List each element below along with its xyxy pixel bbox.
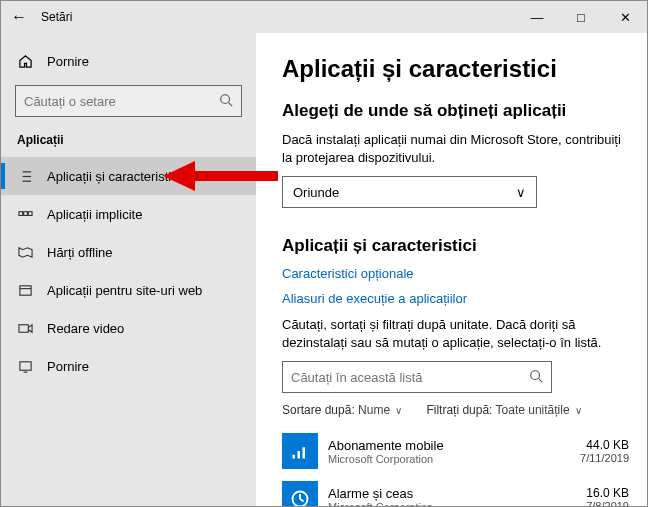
app-meta: 44.0 KB 7/11/2019 [580,438,629,464]
sidebar-item-label: Aplicații și caracteristici [47,169,181,184]
sidebar-item-label: Hărți offline [47,245,113,260]
app-icon [282,433,318,469]
video-icon [17,321,33,336]
sidebar: Pornire Aplicații Aplicații și caracteri… [1,33,256,506]
sidebar-section-header: Aplicații [1,129,256,157]
app-row[interactable]: Abonamente mobile Microsoft Corporation … [282,427,629,475]
sidebar-item-label: Aplicații pentru site-uri web [47,283,202,298]
home-icon [17,54,33,69]
minimize-button[interactable]: — [515,1,559,33]
filter-value: Toate unitățile [496,403,570,417]
sidebar-item-label: Aplicații implicite [47,207,142,222]
sidebar-item-label: Pornire [47,359,89,374]
sort-value: Nume [358,403,390,417]
sidebar-item-label: Redare video [47,321,124,336]
source-dropdown[interactable]: Oriunde ∨ [282,176,537,208]
svg-line-1 [229,102,233,106]
list-icon [17,169,33,184]
source-desc: Dacă instalați aplicații numai din Micro… [282,131,629,166]
app-meta: 16.0 KB 7/8/2019 [586,486,629,506]
sidebar-item-apps-websites[interactable]: Aplicații pentru site-uri web [1,271,256,309]
svg-line-17 [539,378,543,382]
startup-icon [17,359,33,374]
optional-features-link[interactable]: Caracteristici opționale [282,266,629,281]
app-date: 7/8/2019 [586,500,629,506]
app-info: Abonamente mobile Microsoft Corporation [328,438,580,465]
app-list-search[interactable] [282,361,552,393]
defaults-icon [17,207,33,222]
chevron-down-icon: ∨ [516,185,526,200]
svg-rect-20 [303,447,306,458]
filter-label: Filtrați după: [426,403,492,417]
website-icon [17,283,33,298]
filters-row: Sortare după: Nume ∨ Filtrați după: Toat… [282,403,629,417]
app-size: 44.0 KB [580,438,629,452]
search-icon [529,369,543,386]
svg-rect-10 [28,211,32,215]
sidebar-search-input[interactable] [24,94,202,109]
home-nav[interactable]: Pornire [1,43,256,79]
app-list-search-input[interactable] [291,370,505,385]
maximize-button[interactable]: □ [559,1,603,33]
content: Aplicații și caracteristici Alegeți de u… [256,33,647,506]
chevron-down-icon: ∨ [395,405,402,416]
app-publisher: Microsoft Corporation [328,453,580,465]
titlebar: ← Setări — □ ✕ [1,1,647,33]
source-heading: Alegeți de unde să obțineți aplicații [282,101,629,121]
sidebar-item-apps-features[interactable]: Aplicații și caracteristici [1,157,256,195]
sidebar-item-startup[interactable]: Pornire [1,347,256,385]
back-button[interactable]: ← [11,8,33,26]
svg-point-16 [531,370,540,379]
filter-control[interactable]: Filtrați după: Toate unitățile ∨ [426,403,582,417]
source-value: Oriunde [293,185,339,200]
window-controls: — □ ✕ [515,1,647,33]
app-date: 7/11/2019 [580,452,629,464]
map-icon [17,245,33,260]
svg-rect-11 [19,285,30,294]
svg-rect-13 [18,324,27,332]
list-heading: Aplicații și caracteristici [282,236,629,256]
sidebar-item-offline-maps[interactable]: Hărți offline [1,233,256,271]
sort-label: Sortare după: [282,403,355,417]
svg-rect-18 [293,455,296,459]
sort-control[interactable]: Sortare după: Nume ∨ [282,403,402,417]
svg-line-23 [300,499,304,502]
app-icon [282,481,318,506]
sidebar-item-video-playback[interactable]: Redare video [1,309,256,347]
svg-rect-14 [19,361,30,369]
home-label: Pornire [47,54,89,69]
execution-aliases-link[interactable]: Aliasuri de execuție a aplicațiilor [282,291,629,306]
app-publisher: Microsoft Corporation [328,501,586,506]
chevron-down-icon: ∨ [575,405,582,416]
page-title: Aplicații și caracteristici [282,55,629,83]
search-icon [219,93,233,110]
app-row[interactable]: Alarme și ceas Microsoft Corporation 16.… [282,475,629,506]
app-info: Alarme și ceas Microsoft Corporation [328,486,586,506]
app-name: Abonamente mobile [328,438,580,453]
svg-rect-8 [18,211,22,215]
svg-point-0 [221,94,230,103]
window-title: Setări [41,10,72,24]
app-name: Alarme și ceas [328,486,586,501]
svg-rect-19 [298,451,301,459]
sidebar-search[interactable] [15,85,242,117]
svg-rect-9 [23,211,27,215]
list-desc: Căutați, sortați și filtrați după unitat… [282,316,629,351]
sidebar-item-default-apps[interactable]: Aplicații implicite [1,195,256,233]
app-size: 16.0 KB [586,486,629,500]
close-button[interactable]: ✕ [603,1,647,33]
